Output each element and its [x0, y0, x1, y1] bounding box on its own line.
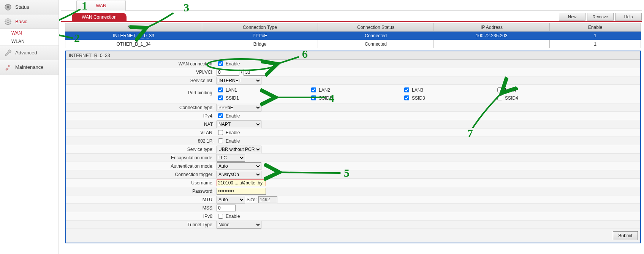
- lbl-vpi-vci: VPI/VCI:: [66, 70, 216, 75]
- lbl-password: Password:: [66, 189, 216, 194]
- sel-auth[interactable]: Auto: [217, 162, 261, 170]
- cell-ip: [434, 40, 550, 48]
- chk-lan1[interactable]: [218, 87, 223, 92]
- row-tunnel: Tunnel Type: None: [66, 221, 640, 229]
- input-vci[interactable]: [244, 69, 266, 76]
- cell-enable: 1: [550, 32, 641, 40]
- lbl-ssid4: SSID4: [505, 95, 518, 101]
- submit-row: Submit: [66, 229, 640, 243]
- chk-lan4-wrap[interactable]: LAN4: [496, 86, 589, 94]
- top-tab-strip: WAN: [61, 0, 642, 11]
- nav-wlan[interactable]: WLAN: [0, 37, 59, 46]
- sidebar: Status Basic WAN WLAN Advanced Maintenan…: [0, 0, 59, 254]
- lbl-wan-conn: WAN connection:: [66, 61, 216, 67]
- chk-ssid4[interactable]: [497, 95, 502, 100]
- details-form: WAN connection: Enable VPI/VCI: / Servic…: [66, 60, 640, 243]
- chk-ipv6[interactable]: [218, 214, 223, 219]
- new-button[interactable]: New: [559, 13, 585, 21]
- input-mss[interactable]: [217, 205, 236, 211]
- chk-lan1-wrap[interactable]: LAN1: [217, 86, 310, 94]
- lbl-username: Username:: [66, 180, 216, 186]
- help-button[interactable]: Help: [615, 13, 642, 21]
- chk-lan2-wrap[interactable]: LAN2: [310, 86, 403, 94]
- chk-ssid1[interactable]: [218, 95, 223, 100]
- chk-8021p[interactable]: [218, 138, 223, 143]
- lbl-vlan: VLAN:: [66, 130, 216, 135]
- chk-lan3[interactable]: [404, 87, 409, 92]
- row-ipv4: IPv4: Enable: [66, 112, 640, 120]
- nav-advanced[interactable]: Advanced: [0, 46, 59, 60]
- section-header: WAN Connection New Remove Help: [61, 13, 642, 23]
- lbl-encap: Encapsulation mode:: [66, 155, 216, 160]
- input-username[interactable]: [217, 179, 266, 186]
- cell-name: OTHER_B_1_34: [65, 40, 202, 48]
- txt-enable: Enable: [226, 130, 240, 135]
- txt-enable: Enable: [226, 61, 240, 67]
- chk-ssid3-wrap[interactable]: SSID3: [403, 94, 496, 102]
- row-trigger: Connection trigger: AlwaysOn: [66, 170, 640, 179]
- section-title: WAN Connection: [72, 13, 127, 21]
- svg-point-1: [7, 6, 9, 8]
- row-auth: Authentication mode: Auto: [66, 162, 640, 170]
- row-ipv6: IPv6: Enable: [66, 212, 640, 221]
- lbl-port-binding: Port binding:: [66, 86, 216, 95]
- submit-button[interactable]: Submit: [613, 231, 638, 240]
- lbl-lan3: LAN3: [412, 87, 423, 93]
- lbl-trigger: Connection trigger:: [66, 172, 216, 177]
- sep: /: [241, 70, 242, 75]
- chk-ssid1-wrap[interactable]: SSID1: [217, 94, 310, 102]
- details-panel: INTERNET_R_0_33 WAN connection: Enable V…: [65, 51, 641, 243]
- chk-wan-enable[interactable]: [218, 61, 223, 66]
- table-row[interactable]: OTHER_B_1_34 Bridge Connected 1: [65, 40, 641, 48]
- nav-maintenance[interactable]: Maintenance: [0, 60, 59, 75]
- cell-conn-type: Bridge: [202, 40, 318, 48]
- nav-status[interactable]: Status: [0, 0, 59, 14]
- row-vlan: VLAN: Enable: [66, 129, 640, 137]
- row-service-list: Service list: INTERNET: [66, 76, 640, 85]
- row-nat: NAT: NAPT: [66, 120, 640, 129]
- sel-trigger[interactable]: AlwaysOn: [217, 171, 261, 178]
- row-mss: MSS:: [66, 204, 640, 212]
- cell-ip: 100.72.235.203: [434, 32, 550, 40]
- txt-enable: Enable: [226, 138, 240, 144]
- chk-ssid4-wrap[interactable]: SSID4: [496, 94, 589, 102]
- remove-button[interactable]: Remove: [587, 13, 614, 21]
- chk-lan2[interactable]: [311, 87, 316, 92]
- row-port-binding: Port binding: LAN1 LAN2 LAN3 LAN4 SSID1 …: [66, 85, 640, 103]
- sel-mtu[interactable]: Auto: [217, 196, 245, 203]
- top-tab-wan[interactable]: WAN: [76, 0, 126, 11]
- nav-basic[interactable]: Basic: [0, 14, 59, 29]
- action-buttons: New Remove Help: [559, 13, 642, 21]
- chk-ssid3[interactable]: [404, 95, 409, 100]
- nav-label: Maintenance: [15, 64, 43, 70]
- txt-enable: Enable: [226, 214, 240, 219]
- chk-ssid2[interactable]: [311, 95, 316, 100]
- input-vpi[interactable]: [217, 69, 239, 76]
- lbl-lan1: LAN1: [226, 87, 237, 93]
- sel-encap[interactable]: LLC: [217, 154, 245, 162]
- cell-name: INTERNET_R_0_33: [65, 32, 202, 40]
- sub-label: WLAN: [11, 39, 25, 44]
- sel-tunnel[interactable]: None: [217, 221, 261, 229]
- lbl-tunnel: Tunnel Type:: [66, 222, 216, 227]
- nav-label: Basic: [15, 19, 27, 24]
- lbl-conn-type: Connection type:: [66, 105, 216, 110]
- nav-label: Status: [15, 4, 29, 10]
- chk-lan4[interactable]: [497, 87, 502, 92]
- chk-ipv4[interactable]: [218, 113, 223, 118]
- table-row[interactable]: INTERNET_R_0_33 PPPoE Connected 100.72.2…: [65, 32, 641, 40]
- section-rule: [61, 21, 642, 22]
- chk-lan3-wrap[interactable]: LAN3: [403, 86, 496, 94]
- row-wan-conn: WAN connection: Enable: [66, 60, 640, 68]
- sel-service-list[interactable]: INTERNET: [217, 77, 261, 84]
- cell-conn-type: PPPoE: [202, 32, 318, 40]
- nav-wan[interactable]: WAN: [0, 29, 59, 37]
- chk-ssid2-wrap[interactable]: SSID2: [310, 94, 403, 102]
- sel-service-type[interactable]: UBR without PCR: [217, 146, 261, 153]
- chk-vlan[interactable]: [218, 130, 223, 135]
- sel-nat[interactable]: NAPT: [217, 121, 261, 128]
- top-tab-label: WAN: [96, 3, 106, 8]
- sel-conn-type[interactable]: PPPoE: [217, 104, 261, 111]
- cell-enable: 1: [550, 40, 641, 48]
- input-password[interactable]: [217, 188, 266, 195]
